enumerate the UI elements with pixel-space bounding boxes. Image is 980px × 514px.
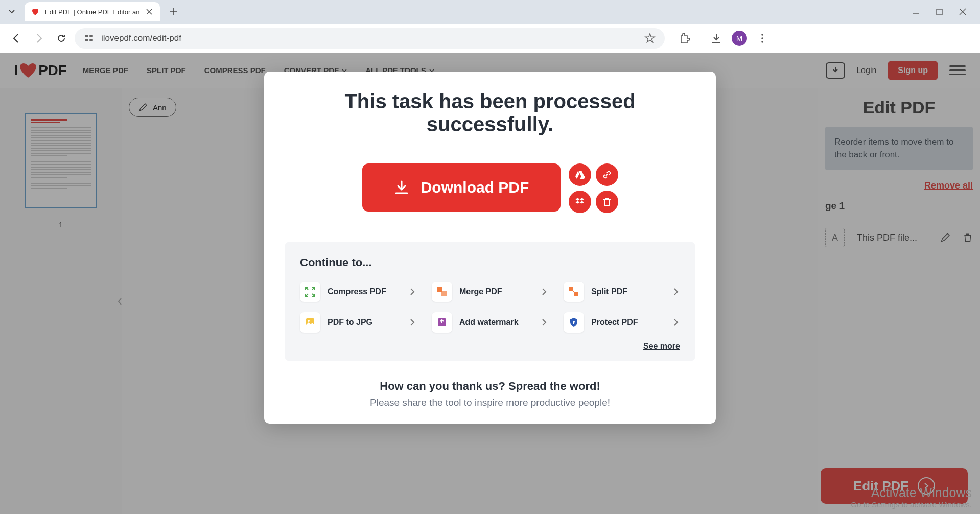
svg-rect-1 <box>85 35 88 37</box>
watermark-icon <box>436 317 448 328</box>
svg-rect-3 <box>85 39 88 41</box>
link-icon <box>602 170 612 180</box>
svg-point-6 <box>761 37 763 39</box>
close-window-button[interactable] <box>956 6 969 18</box>
success-modal: This task has been processed successfull… <box>264 72 716 424</box>
tab-search-dropdown[interactable] <box>4 4 19 19</box>
continue-box: Continue to... Compress PDF Merge PDF Sp… <box>285 242 695 361</box>
url-text: ilovepdf.com/edit-pdf <box>101 33 637 43</box>
see-more-link[interactable]: See more <box>300 342 680 351</box>
download-icon <box>393 179 410 196</box>
browser-chrome: Edit PDF | Online PDF Editor an ilovepdf… <box>0 0 980 53</box>
address-bar[interactable]: ilovepdf.com/edit-pdf <box>75 28 665 49</box>
continue-title: Continue to... <box>300 256 680 269</box>
svg-point-13 <box>308 320 310 322</box>
profile-avatar[interactable]: M <box>732 31 747 46</box>
svg-rect-0 <box>937 9 942 15</box>
kebab-menu-icon[interactable] <box>756 32 768 44</box>
share-buttons <box>569 163 618 213</box>
trash-icon <box>602 197 612 207</box>
favicon-heart-icon <box>31 7 40 16</box>
chevron-right-icon <box>408 318 416 326</box>
compress-icon <box>305 286 316 297</box>
svg-rect-4 <box>89 39 93 41</box>
thank-title: How can you thank us? Spread the word! <box>285 380 695 393</box>
google-drive-icon <box>575 170 585 180</box>
tab-close-button[interactable] <box>145 7 154 16</box>
tool-compress-pdf[interactable]: Compress PDF <box>300 282 416 302</box>
chevron-right-icon <box>672 318 680 326</box>
chevron-right-icon <box>540 318 548 326</box>
tool-protect-pdf[interactable]: Protect PDF <box>564 312 680 333</box>
window-controls <box>909 6 980 18</box>
downloads-icon[interactable] <box>710 32 722 44</box>
tools-grid: Compress PDF Merge PDF Split PDF PDF to … <box>300 282 680 333</box>
chevron-right-icon <box>540 288 548 296</box>
svg-point-5 <box>761 34 763 36</box>
reload-button[interactable] <box>52 29 71 48</box>
svg-rect-9 <box>441 291 447 296</box>
svg-rect-2 <box>89 35 93 37</box>
image-icon <box>305 317 316 328</box>
download-pdf-button[interactable]: Download PDF <box>362 163 561 212</box>
shield-icon <box>568 317 579 328</box>
merge-icon <box>436 286 448 297</box>
save-drive-button[interactable] <box>569 163 591 186</box>
tab-title: Edit PDF | Online PDF Editor an <box>45 8 139 16</box>
copy-link-button[interactable] <box>596 163 618 186</box>
svg-rect-11 <box>574 292 578 296</box>
modal-title: This task has been processed successfull… <box>285 90 695 136</box>
dropbox-icon <box>575 197 585 207</box>
new-tab-button[interactable] <box>165 4 181 20</box>
split-icon <box>568 286 579 297</box>
extensions-icon[interactable] <box>679 32 691 44</box>
svg-rect-16 <box>573 322 574 324</box>
delete-file-button[interactable] <box>596 191 618 213</box>
address-row: ilovepdf.com/edit-pdf M <box>0 24 980 53</box>
toolbar-divider <box>701 32 701 44</box>
tool-pdf-to-jpg[interactable]: PDF to JPG <box>300 312 416 333</box>
back-button[interactable] <box>7 29 26 48</box>
site-settings-icon[interactable] <box>84 33 94 43</box>
save-dropbox-button[interactable] <box>569 191 591 213</box>
svg-rect-10 <box>569 287 573 291</box>
tool-merge-pdf[interactable]: Merge PDF <box>432 282 548 302</box>
chevron-right-icon <box>408 288 416 296</box>
tool-add-watermark[interactable]: Add watermark <box>432 312 548 333</box>
tool-split-pdf[interactable]: Split PDF <box>564 282 680 302</box>
thank-subtitle: Please share the tool to inspire more pr… <box>285 397 695 408</box>
bookmark-star-icon[interactable] <box>644 33 656 44</box>
minimize-button[interactable] <box>909 6 922 18</box>
chevron-right-icon <box>672 288 680 296</box>
svg-point-7 <box>761 41 763 43</box>
browser-tab[interactable]: Edit PDF | Online PDF Editor an <box>25 2 160 21</box>
tab-bar: Edit PDF | Online PDF Editor an <box>0 0 980 24</box>
maximize-button[interactable] <box>933 6 945 18</box>
forward-button[interactable] <box>30 29 48 48</box>
download-row: Download PDF <box>285 163 695 213</box>
